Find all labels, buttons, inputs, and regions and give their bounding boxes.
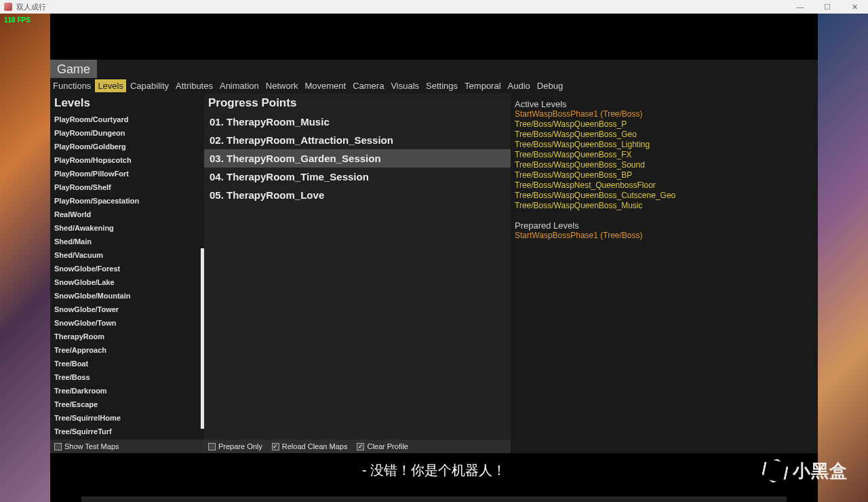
level-row[interactable]: Tree/SquirreTurf [50, 425, 204, 438]
close-button[interactable]: ✕ [841, 0, 868, 14]
background-right [818, 14, 868, 502]
menu-item-settings[interactable]: Settings [423, 79, 460, 92]
debug-panel: Game FunctionsLevelsCapabilityAttributes… [50, 60, 818, 453]
levels-footer: Show Test Maps [50, 440, 204, 453]
active-level-entry: Tree/Boss/WaspQueenBoss_Sound [515, 160, 814, 170]
level-row[interactable]: SnowGlobe/Tower [50, 303, 204, 316]
level-row[interactable]: PlayRoom/Dungeon [50, 126, 204, 140]
option-label: Clear Profile [367, 442, 408, 450]
progress-row[interactable]: 02. TherapyRoom_Attraction_Session [204, 131, 511, 149]
levels-scrollbar[interactable] [201, 248, 204, 429]
window-titlebar: 双人成行 — ☐ ✕ [0, 0, 868, 14]
option-reload-clean-maps[interactable]: Reload Clean Maps [272, 442, 348, 450]
level-row[interactable]: Tree/Darkroom [50, 384, 204, 398]
menu-item-debug[interactable]: Debug [534, 79, 566, 92]
level-row[interactable]: SnowGlobe/Town [50, 316, 204, 330]
level-row[interactable]: Tree/Approach [50, 343, 204, 357]
active-level-entry: Tree/Boss/WaspQueenBoss_Geo [515, 130, 814, 140]
fps-counter: 118 FPS [4, 16, 31, 24]
active-level-entry: Tree/Boss/WaspQueenBoss_P [515, 119, 814, 130]
menu-bar: FunctionsLevelsCapabilityAttributesAnima… [50, 78, 818, 94]
progress-row[interactable]: 03. TherapyRoom_Garden_Session [204, 149, 511, 168]
level-row[interactable]: SnowGlobe/Mountain [50, 289, 204, 303]
panel-tab-row: Game [50, 60, 818, 78]
level-row[interactable]: TherapyRoom [50, 330, 204, 343]
option-prepare-only[interactable]: Prepare Only [208, 442, 262, 450]
progress-row[interactable]: 01. TherapyRoom_Music [204, 113, 511, 131]
progress-column: Progress Points 01. TherapyRoom_Music02.… [204, 94, 511, 453]
active-level-entry: Tree/Boss/WaspNest_QueenbossFloor [515, 180, 814, 191]
maximize-button[interactable]: ☐ [814, 0, 841, 14]
level-row[interactable]: PlayRoom/Shelf [50, 180, 204, 194]
level-row[interactable]: Shed/Main [50, 235, 204, 248]
levels-title: Levels [50, 94, 204, 113]
levels-list: PlayRoom/CourtyardPlayRoom/DungeonPlayRo… [50, 113, 204, 440]
show-test-maps-label: Show Test Maps [64, 442, 119, 450]
menu-item-temporal[interactable]: Temporal [462, 79, 503, 92]
menu-item-audio[interactable]: Audio [505, 79, 533, 92]
level-row[interactable]: Tree/Boss [50, 370, 204, 384]
menu-item-movement[interactable]: Movement [302, 79, 349, 92]
active-level-entry: Tree/Boss/WaspQueenBoss_Lighting [515, 140, 814, 150]
watermark-text: 小黑盒 [793, 459, 848, 483]
progress-title: Progress Points [204, 94, 511, 113]
option-label: Reload Clean Maps [282, 442, 348, 450]
menu-item-network[interactable]: Network [263, 79, 301, 92]
menu-item-attributes[interactable]: Attributes [173, 79, 216, 92]
menu-item-functions[interactable]: Functions [50, 79, 94, 92]
progress-row[interactable]: 05. TherapyRoom_Love [204, 186, 511, 204]
level-row[interactable]: RealWorld [50, 208, 204, 221]
prepared-level-entry: StartWaspBossPhase1 (Tree/Boss) [515, 231, 814, 241]
show-test-maps-checkbox[interactable]: Show Test Maps [54, 442, 119, 450]
level-row[interactable]: PlayRoom/Hopscotch [50, 153, 204, 167]
minimize-button[interactable]: — [787, 0, 814, 14]
watermark-logo-icon [763, 459, 787, 483]
menu-item-camera[interactable]: Camera [350, 79, 387, 92]
background-left [0, 14, 50, 502]
level-row[interactable]: SnowGlobe/Lake [50, 275, 204, 289]
active-level-entry: StartWaspBossPhase1 (Tree/Boss) [515, 109, 814, 119]
option-label: Prepare Only [218, 442, 262, 450]
level-row[interactable]: PlayRoom/PillowFort [50, 167, 204, 180]
menu-item-capability[interactable]: Capability [127, 79, 172, 92]
active-levels-header: Active Levels [515, 99, 814, 109]
app-icon [4, 3, 12, 11]
progress-options: Prepare OnlyReload Clean MapsClear Profi… [204, 440, 511, 453]
level-row[interactable]: PlayRoom/Spacestation [50, 194, 204, 208]
level-row[interactable]: PlayRoom/Courtyard [50, 113, 204, 126]
level-row[interactable]: PlayRoom/Goldberg [50, 140, 204, 153]
watermark: 小黑盒 [763, 459, 848, 483]
active-level-entry: Tree/Boss/WaspQueenBoss_Cutscene_Geo [515, 191, 814, 201]
level-row[interactable]: Tree/SquirrelHome [50, 411, 204, 425]
level-row[interactable]: Shed/Vacuum [50, 248, 204, 262]
subtitle-text: - 没错！你是个机器人！ [0, 461, 868, 480]
level-row[interactable]: Shed/Awakening [50, 221, 204, 235]
level-row[interactable]: Tree/Escape [50, 398, 204, 411]
option-clear-profile[interactable]: Clear Profile [357, 442, 408, 450]
right-column: Active Levels StartWaspBossPhase1 (Tree/… [511, 94, 818, 453]
active-level-entry: Tree/Boss/WaspQueenBoss_BP [515, 170, 814, 180]
progress-list: 01. TherapyRoom_Music02. TherapyRoom_Att… [204, 113, 511, 440]
menu-item-visuals[interactable]: Visuals [388, 79, 422, 92]
menu-item-levels[interactable]: Levels [95, 79, 126, 92]
menu-item-animation[interactable]: Animation [217, 79, 262, 92]
active-level-entry: Tree/Boss/WaspQueenBoss_FX [515, 150, 814, 160]
window-controls: — ☐ ✕ [787, 0, 868, 14]
level-row[interactable]: Tree/Boat [50, 357, 204, 370]
level-row[interactable]: Tree/WaspNest [50, 438, 204, 440]
level-row[interactable]: SnowGlobe/Forest [50, 262, 204, 275]
levels-column: Levels PlayRoom/CourtyardPlayRoom/Dungeo… [50, 94, 204, 453]
panel-tab-game[interactable]: Game [50, 60, 97, 78]
taskbar-sliver [81, 497, 787, 502]
progress-row[interactable]: 04. TherapyRoom_Time_Session [204, 168, 511, 186]
active-level-entry: Tree/Boss/WaspQueenBoss_Music [515, 201, 814, 211]
window-title: 双人成行 [16, 2, 46, 12]
prepared-levels-header: Prepared Levels [515, 220, 814, 231]
